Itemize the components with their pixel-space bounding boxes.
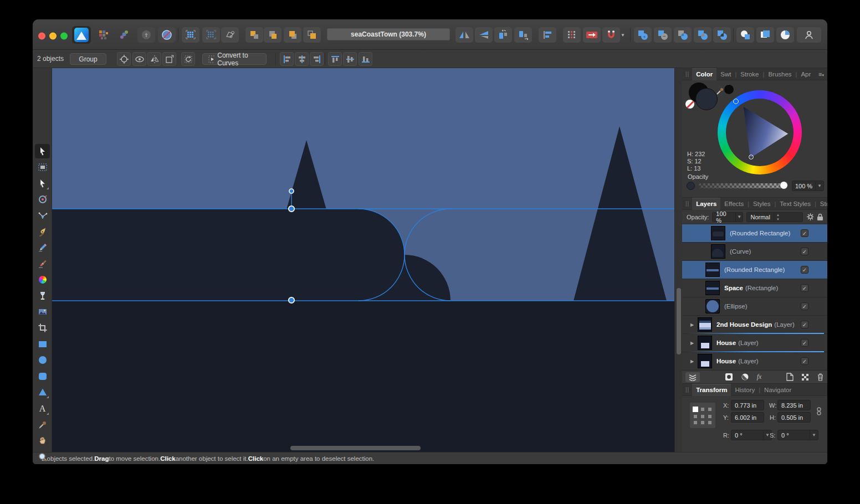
layer-visibility-checkbox[interactable]: ✓ xyxy=(801,321,808,328)
blend-options-gear-icon[interactable] xyxy=(806,213,814,221)
w-field[interactable]: 8.235 in xyxy=(777,400,811,410)
snapping-button[interactable] xyxy=(602,27,620,43)
move-tool[interactable] xyxy=(35,144,50,158)
order-back-button[interactable] xyxy=(245,27,263,43)
ellipse-tool[interactable] xyxy=(35,353,50,367)
insert-behind-button[interactable] xyxy=(736,27,754,43)
rotation-center-button[interactable] xyxy=(117,52,131,66)
tab-transform[interactable]: Transform xyxy=(692,384,731,396)
node-tool[interactable] xyxy=(35,176,50,191)
layer-visibility-checkbox[interactable]: ✓ xyxy=(801,284,808,292)
place-image-tool[interactable] xyxy=(35,305,50,319)
layer-thumbnail[interactable] xyxy=(705,299,720,313)
bottom-center-handle[interactable] xyxy=(289,297,294,303)
zoom-tool[interactable] xyxy=(35,450,50,464)
boolean-subtract-button[interactable]: − xyxy=(654,27,672,43)
transform-bounds-button[interactable] xyxy=(162,52,176,66)
close-window-button[interactable] xyxy=(38,32,45,39)
layer-row[interactable]: ▶House(Layer)✓ xyxy=(682,352,827,371)
layer-thumbnail[interactable] xyxy=(711,226,725,240)
artboard-tool[interactable] xyxy=(35,160,50,174)
tab-appearance[interactable]: Apr xyxy=(797,68,815,80)
expand-arrow-icon[interactable]: ▶ xyxy=(687,359,698,364)
minimize-window-button[interactable] xyxy=(49,32,57,39)
vector-brush-tool[interactable] xyxy=(35,256,50,271)
triangle-tool[interactable] xyxy=(35,385,50,399)
insert-inside-button[interactable] xyxy=(756,27,774,43)
designer-persona-button[interactable] xyxy=(72,26,91,44)
boolean-combine-button[interactable] xyxy=(713,27,731,43)
layer-row[interactable]: (Curve)✓ xyxy=(682,243,827,261)
mask-layer-icon[interactable] xyxy=(725,373,733,381)
pixel-persona-button[interactable] xyxy=(137,27,155,43)
layer-row[interactable]: (Rounded Rectangle)✓ xyxy=(682,261,827,279)
layer-thumbnail[interactable] xyxy=(698,354,712,368)
align-right-button[interactable] xyxy=(310,52,324,66)
boolean-add-button[interactable]: + xyxy=(634,27,652,43)
lock-icon[interactable] xyxy=(817,213,823,221)
opacity-slider[interactable] xyxy=(699,183,785,188)
grid-options-button[interactable] xyxy=(563,27,581,43)
align-middle-button[interactable] xyxy=(343,52,357,66)
layer-visibility-checkbox[interactable]: ✓ xyxy=(801,357,808,365)
anchor-point-selector[interactable] xyxy=(690,403,715,428)
layer-visibility-checkbox[interactable]: ✓ xyxy=(801,302,808,310)
layer-row[interactable]: (Rounded Rectangle)✓ xyxy=(682,224,827,243)
boolean-intersect-button[interactable] xyxy=(674,27,692,43)
fill-swatch[interactable] xyxy=(695,88,718,110)
pixel-grid-button[interactable] xyxy=(202,27,220,43)
convert-to-curves-button[interactable]: Convert to Curves xyxy=(202,53,267,65)
layer-thumbnail[interactable] xyxy=(705,281,720,295)
insert-on-top-button[interactable] xyxy=(776,27,794,43)
group-button[interactable]: Group xyxy=(70,53,106,65)
panel-menu-icon[interactable]: ≡▾ xyxy=(818,71,824,78)
fill-tool[interactable] xyxy=(35,272,50,287)
account-button[interactable] xyxy=(797,27,821,43)
tab-styles[interactable]: Styles xyxy=(749,198,774,210)
layer-visibility-checkbox[interactable]: ✓ xyxy=(801,339,808,347)
tab-navigator[interactable]: Navigator xyxy=(760,384,795,396)
link-dimensions-icon[interactable] xyxy=(816,406,822,418)
alignment-button[interactable] xyxy=(539,27,556,43)
swatch-grid-button[interactable] xyxy=(95,27,112,43)
shear-field[interactable]: 0 °▼ xyxy=(777,430,818,440)
layer-row[interactable]: Space(Rectangle)✓ xyxy=(682,279,827,297)
zoom-window-button[interactable] xyxy=(60,32,68,39)
order-forward-button[interactable] xyxy=(284,27,301,43)
opacity-slider-knob[interactable] xyxy=(780,181,788,189)
delete-layer-icon[interactable] xyxy=(817,373,824,381)
transparency-tool[interactable] xyxy=(35,289,50,303)
no-color-swatch[interactable] xyxy=(685,100,694,109)
top-center-handle[interactable] xyxy=(289,206,294,212)
align-center-button[interactable] xyxy=(295,52,309,66)
tab-swatches[interactable]: Swt xyxy=(716,68,735,80)
picked-color-swatch[interactable] xyxy=(724,85,734,94)
color-wheel[interactable] xyxy=(718,90,802,174)
hue-selector[interactable] xyxy=(733,99,739,104)
layer-row[interactable]: ▶House(Layer)✓ xyxy=(682,334,827,352)
align-top-button[interactable] xyxy=(328,52,342,66)
pen-tool[interactable] xyxy=(35,224,50,239)
layer-thumbnail[interactable] xyxy=(705,263,720,277)
mirror-selection-button[interactable] xyxy=(147,52,161,66)
node-link-button[interactable] xyxy=(115,27,133,43)
h-field[interactable]: 0.505 in xyxy=(777,412,811,423)
insert-target-button[interactable] xyxy=(583,27,601,43)
corner-tool[interactable] xyxy=(35,208,50,223)
dark-rounded-rectangle-shape[interactable] xyxy=(52,209,405,301)
layer-thumbnail[interactable] xyxy=(698,317,712,332)
opacity-value-box[interactable]: 100 %▼ xyxy=(792,181,824,191)
view-tool[interactable] xyxy=(35,434,50,448)
layer-stack-button[interactable] xyxy=(685,372,700,382)
order-backward-button[interactable] xyxy=(264,27,281,43)
tab-effects[interactable]: Effects xyxy=(720,198,748,210)
snapping-dropdown[interactable]: ▼ xyxy=(618,27,627,43)
export-persona-button[interactable] xyxy=(158,27,176,43)
expand-arrow-icon[interactable]: ▶ xyxy=(687,322,698,327)
canvas[interactable] xyxy=(52,68,674,452)
boolean-divide-button[interactable] xyxy=(694,27,711,43)
vector-crop-tool[interactable] xyxy=(35,321,50,335)
y-field[interactable]: 6.002 in xyxy=(731,412,764,423)
tab-stock[interactable]: Stock xyxy=(816,198,827,210)
tab-brushes[interactable]: Brushes xyxy=(764,68,795,80)
